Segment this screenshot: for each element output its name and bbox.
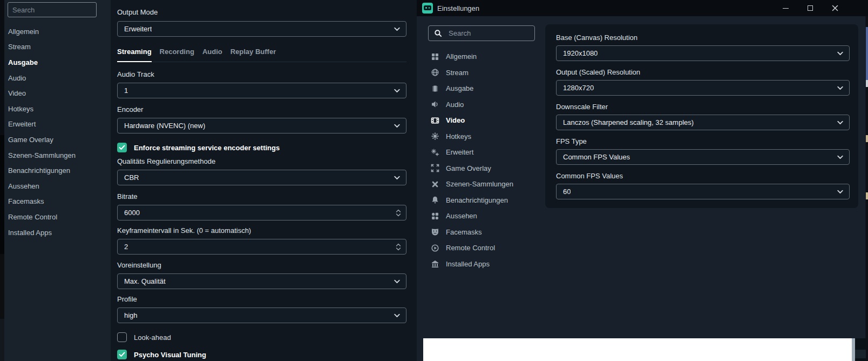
look-ahead-label: Look-ahead [134, 333, 171, 342]
sidebar-item-aussehen[interactable]: Aussehen [417, 208, 544, 224]
sidebar-item-stream[interactable]: Stream [4, 39, 111, 55]
sidebar-item-facemasks[interactable]: Facemasks [417, 224, 544, 240]
sidebar-item-szenen-sammlungen[interactable]: Szenen-Sammlungen [417, 176, 544, 192]
common-fps-values-label: Common FPS Values [556, 171, 850, 180]
tab-audio[interactable]: Audio [202, 48, 222, 62]
checkbox-unchecked[interactable] [117, 332, 127, 342]
expand-icon [431, 164, 439, 172]
sidebar-item-aussehen[interactable]: Aussehen [4, 178, 111, 194]
sidebar-item-video[interactable]: Video [417, 112, 544, 129]
left-settings-nav: Allgemein Stream Ausgabe Audio Video Hot… [4, 24, 111, 240]
sidebar-item-erweitert[interactable]: Erweitert [4, 117, 111, 132]
left-settings-sidebar: Allgemein Stream Ausgabe Audio Video Hot… [4, 0, 111, 361]
einstellungen-window-body: Allgemein Stream Ausgabe Audio Video Hot… [417, 16, 865, 361]
sidebar-item-benachrichtigungen[interactable]: Benachrichtigungen [4, 163, 111, 178]
desktop-edge-strip [0, 0, 4, 135]
search-input[interactable] [8, 2, 97, 17]
white-overlay-window [423, 338, 852, 361]
background-window-fragment [855, 350, 866, 358]
checkbox-checked[interactable] [117, 350, 127, 359]
stepper-icon[interactable] [396, 209, 401, 216]
keyframe-interval-label: Keyframeintervall in Sek. (0 = automatis… [117, 226, 406, 235]
chevron-down-icon [837, 121, 843, 124]
audio-track-select[interactable]: 1 [117, 83, 406, 98]
output-settings-content: Output Mode Erweitert Streaming Recordin… [111, 0, 417, 361]
sidebar-item-installed-apps[interactable]: Installed Apps [4, 225, 111, 240]
desktop-edge-strip [866, 192, 868, 199]
sidebar-item-benachrichtigungen[interactable]: Benachrichtigungen [417, 192, 544, 209]
sidebar-item-allgemein[interactable]: Allgemein [4, 24, 111, 39]
tab-streaming[interactable]: Streaming [117, 48, 152, 62]
output-resolution-select[interactable]: 1280x720 [556, 80, 850, 96]
sidebar-item-ausgabe[interactable]: Ausgabe [417, 81, 544, 97]
sidebar-item-erweitert[interactable]: Erweitert [417, 144, 544, 161]
streamlabs-settings-screen: { "left_window": { "search": { "placehol… [0, 0, 868, 361]
sidebar-item-remote-control[interactable]: Remote Control [417, 240, 544, 256]
chevron-down-icon [837, 86, 843, 90]
rate-control-label: Qualitäts Regulierungsmethode [117, 157, 406, 166]
streamlabs-app-icon [422, 3, 433, 14]
sidebar-item-hotkeys[interactable]: Hotkeys [4, 101, 111, 117]
sidebar-item-remote-control[interactable]: Remote Control [4, 209, 111, 225]
sidebar-item-ausgabe[interactable]: Ausgabe [4, 55, 111, 70]
globe-icon [431, 68, 439, 77]
search-input[interactable] [447, 29, 518, 38]
sidebar-item-szenen-sammlungen[interactable]: Szenen-Sammlungen [4, 148, 111, 163]
output-resolution-label: Output (Scaled) Resolution [556, 68, 850, 77]
chevron-down-icon [394, 27, 400, 31]
psycho-visual-tuning-row: Psycho Visual Tuning [117, 350, 406, 359]
maximize-button[interactable] [804, 2, 816, 14]
sidebar-item-hotkeys[interactable]: Hotkeys [417, 129, 544, 145]
crossed-tools-icon [431, 180, 439, 189]
close-button[interactable] [829, 2, 841, 14]
tab-recording[interactable]: Recording [160, 48, 194, 62]
output-mode-label: Output Mode [117, 8, 406, 17]
film-icon [431, 116, 439, 125]
tab-replay-buffer[interactable]: Replay Buffer [230, 48, 276, 62]
sidebar-item-installed-apps[interactable]: Installed Apps [417, 256, 544, 272]
minimize-button[interactable] [779, 2, 791, 14]
preset-label: Voreinstellung [117, 260, 406, 270]
chip-icon [431, 84, 439, 93]
sidebar-item-game-overlay[interactable]: Game Overlay [417, 161, 544, 177]
stepper-icon[interactable] [396, 243, 401, 250]
sidebar-item-video[interactable]: Video [4, 85, 111, 101]
sidebar-item-audio[interactable]: Audio [417, 97, 544, 113]
checkbox-checked[interactable] [117, 143, 127, 152]
sidebar-item-allgemein[interactable]: Allgemein [417, 49, 544, 65]
mask-icon [431, 228, 439, 236]
rate-control-select[interactable]: CBR [117, 170, 406, 185]
desktop-edge-strip [866, 135, 868, 142]
chevron-down-icon [837, 51, 843, 55]
common-fps-values-select[interactable]: 60 [556, 184, 850, 199]
window-controls [779, 0, 841, 16]
bitrate-input[interactable]: 6000 [117, 205, 406, 220]
keyframe-interval-input[interactable]: 2 [117, 239, 406, 255]
profile-select[interactable]: high [117, 307, 406, 323]
chevron-down-icon [394, 313, 400, 317]
desktop-edge-strip [866, 27, 868, 80]
search-icon [434, 29, 442, 37]
chevron-down-icon [837, 190, 843, 193]
sidebar-item-game-overlay[interactable]: Game Overlay [4, 132, 111, 148]
sidebar-item-audio[interactable]: Audio [4, 70, 111, 86]
output-resolution-group: Output (Scaled) Resolution 1280x720 [556, 68, 850, 96]
downscale-filter-label: Downscale Filter [556, 102, 850, 111]
sidebar-item-facemasks[interactable]: Facemasks [4, 194, 111, 210]
fps-type-select[interactable]: Common FPS Values [556, 149, 850, 165]
play-circle-icon [431, 244, 439, 252]
encoder-label: Encoder [117, 105, 406, 114]
preset-select[interactable]: Max. Qualität [117, 273, 406, 289]
sidebar-item-stream[interactable]: Stream [417, 65, 544, 81]
common-fps-values-group: Common FPS Values 60 [556, 171, 850, 199]
base-resolution-select[interactable]: 1920x1080 [556, 45, 850, 61]
output-tabs: Streaming Recording Audio Replay Buffer [117, 48, 406, 62]
chevron-down-icon [837, 155, 843, 159]
output-mode-select[interactable]: Erweitert [117, 21, 406, 37]
gear-icon [431, 132, 439, 141]
base-resolution-group: Base (Canvas) Resolution 1920x1080 [556, 33, 850, 61]
downscale-filter-select[interactable]: Lanczos (Sharpened scaling, 32 samples) [556, 115, 850, 130]
video-settings-panel: Base (Canvas) Resolution 1920x1080 Outpu… [545, 24, 858, 208]
encoder-select[interactable]: Hardware (NVENC) (new) [117, 118, 406, 133]
search-box[interactable] [428, 25, 535, 41]
